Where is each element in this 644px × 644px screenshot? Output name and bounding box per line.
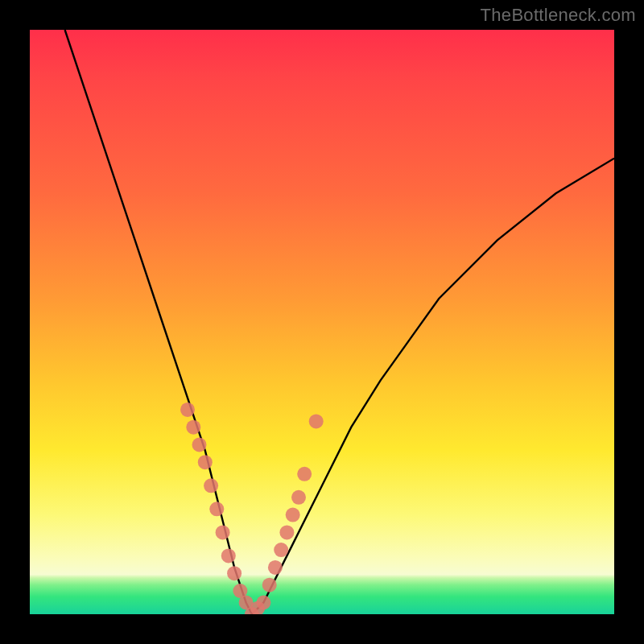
watermark-text: TheBottleneck.com: [481, 5, 636, 26]
plot-area: [30, 30, 614, 614]
curve-marker: [256, 596, 270, 610]
bottleneck-curve: [65, 30, 614, 614]
curve-marker: [221, 548, 236, 563]
curve-marker: [186, 420, 200, 435]
curve-marker: [279, 525, 294, 539]
curve-marker: [216, 525, 230, 539]
curve-marker: [268, 560, 283, 575]
curve-marker: [180, 402, 195, 417]
curve-marker: [192, 438, 207, 452]
curve-marker: [227, 566, 242, 580]
curve-marker: [204, 478, 218, 493]
marker-group: [180, 402, 324, 614]
curve-marker: [262, 578, 277, 592]
bottleneck-curve-svg: [30, 30, 614, 614]
curve-marker: [286, 508, 300, 522]
curve-marker: [274, 543, 288, 557]
curve-group: [65, 30, 614, 614]
chart-frame: TheBottleneck.com: [0, 0, 644, 644]
curve-marker: [297, 467, 312, 481]
curve-marker: [309, 414, 324, 428]
curve-marker: [198, 455, 213, 469]
curve-marker: [291, 490, 306, 505]
curve-marker: [209, 502, 224, 516]
